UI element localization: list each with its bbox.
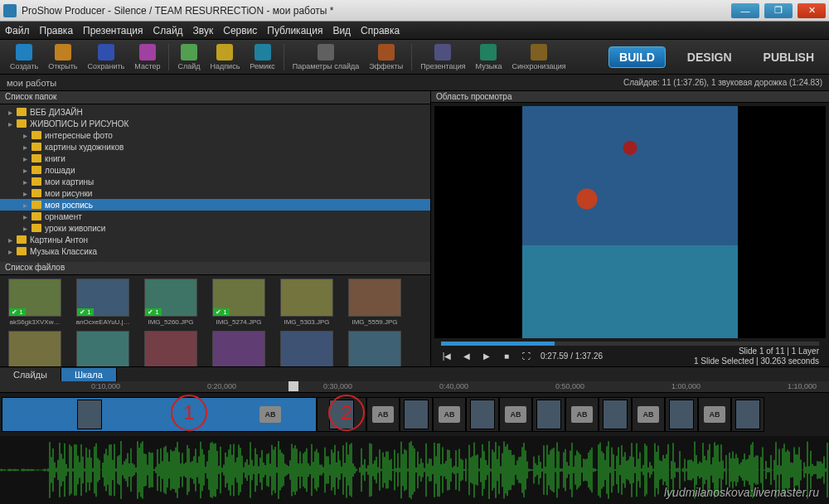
- clip-8[interactable]: [532, 397, 565, 432]
- tb-Сохранить[interactable]: Сохранить: [83, 42, 130, 72]
- stop-button[interactable]: ■: [501, 351, 512, 361]
- tb-Параметры слайда[interactable]: Параметры слайда: [288, 42, 365, 72]
- close-button[interactable]: ✕: [797, 3, 826, 18]
- tree-label: интересные фото: [45, 131, 113, 140]
- timeline-ruler[interactable]: 0:10,0000:20,0000:30,0000:40,0000:50,000…: [0, 381, 829, 393]
- tb-Эффекты[interactable]: Эффекты: [364, 42, 408, 72]
- back-button[interactable]: ◀: [461, 351, 473, 361]
- minimize-button[interactable]: —: [731, 3, 759, 18]
- progress-bar[interactable]: [441, 342, 819, 346]
- maximize-button[interactable]: ❐: [764, 3, 793, 18]
- file-thumb[interactable]: IMG_5303.JPG: [275, 279, 338, 326]
- menu-slide[interactable]: Слайд: [153, 25, 183, 36]
- mode-design[interactable]: DESIGN: [677, 47, 742, 67]
- clip-2[interactable]: [317, 397, 366, 432]
- fullscreen-button[interactable]: ⛶: [521, 351, 532, 361]
- clip-6[interactable]: [466, 397, 499, 432]
- project-status: Слайдов: 11 (1:37.26), 1 звуковая дорожк…: [623, 78, 822, 87]
- tab-scale[interactable]: Шкала: [61, 368, 117, 381]
- expand-icon[interactable]: ▸: [23, 189, 32, 198]
- tb-Ремикс[interactable]: Ремикс: [245, 42, 279, 72]
- clip-13[interactable]: AB: [698, 397, 731, 432]
- tree-item[interactable]: ▸ картины художников: [0, 141, 430, 153]
- menu-edit[interactable]: Правка: [40, 25, 74, 36]
- tb-Открыть[interactable]: Открыть: [43, 42, 82, 72]
- file-thumb[interactable]: ✔ 1 IMG_5274.JPG: [207, 279, 270, 326]
- menu-view[interactable]: Вид: [332, 25, 351, 36]
- tree-label: орнамент: [45, 212, 82, 221]
- menu-presentation[interactable]: Презентация: [83, 25, 143, 36]
- menu-help[interactable]: Справка: [361, 25, 400, 36]
- file-thumb[interactable]: ✔ 1 anOcxeEAYuU.j…: [71, 279, 134, 326]
- clip-3[interactable]: AB: [366, 397, 400, 432]
- tb-label: Музыка: [476, 62, 502, 70]
- tb-Надпись[interactable]: Надпись: [205, 42, 245, 72]
- tree-item[interactable]: ▸ мои картины: [0, 176, 430, 187]
- tree-item[interactable]: ▸ книги: [0, 153, 430, 164]
- file-thumb[interactable]: ✔ 1 IMG_5260.JPG: [139, 279, 202, 326]
- expand-icon[interactable]: ▸: [23, 201, 32, 210]
- file-grid[interactable]: ✔ 1 akS6gk3XVXw… ✔ 1 anOcxeEAYuU.j… ✔ 1 …: [0, 275, 430, 366]
- tree-item[interactable]: ▸ Картины Антон: [0, 234, 430, 245]
- expand-icon[interactable]: ▸: [23, 224, 32, 233]
- file-thumb[interactable]: [3, 331, 66, 366]
- expand-icon[interactable]: ▸: [8, 235, 17, 245]
- tb-Создать[interactable]: Создать: [5, 42, 43, 72]
- tree-item[interactable]: ▸ Музыка Классика: [0, 245, 430, 257]
- menu-service[interactable]: Сервис: [223, 25, 257, 36]
- tree-item[interactable]: ▸ орнамент: [0, 211, 430, 222]
- file-thumb[interactable]: [207, 331, 270, 366]
- tb-Музыка[interactable]: Музыка: [471, 42, 507, 72]
- expand-icon[interactable]: ▸: [23, 177, 32, 187]
- clip-9[interactable]: AB: [565, 397, 599, 432]
- prev-button[interactable]: |◀: [441, 351, 453, 361]
- clip-7[interactable]: AB: [499, 397, 532, 432]
- file-thumb[interactable]: IMG_5559.JPG: [343, 279, 406, 326]
- play-button[interactable]: ▶: [481, 351, 492, 361]
- tree-item[interactable]: ▸ уроки живописи: [0, 222, 430, 234]
- clip-14[interactable]: [731, 397, 764, 432]
- clip-1[interactable]: AB: [2, 397, 317, 432]
- tb-Мастер[interactable]: Мастер: [129, 42, 165, 72]
- clip-4[interactable]: [400, 397, 433, 432]
- tb-label: Открыть: [48, 62, 77, 70]
- folder-tree[interactable]: ▸ ВЕБ ДИЗАЙН ▸ ЖИВОПИСЬ И РИСУНОК ▸ инте…: [0, 104, 430, 262]
- file-thumb[interactable]: ✔ 1 akS6gk3XVXw…: [3, 279, 66, 326]
- mode-build[interactable]: BUILD: [608, 46, 666, 68]
- menu-publish[interactable]: Публикация: [267, 25, 322, 36]
- expand-icon[interactable]: ▸: [23, 154, 32, 163]
- tb-label: Синхронизация: [511, 62, 565, 70]
- tree-item[interactable]: ▸ интересные фото: [0, 129, 430, 141]
- tree-item[interactable]: ▸ моя роспись: [0, 199, 430, 211]
- clip-5[interactable]: AB: [433, 397, 466, 432]
- tb-Слайд[interactable]: Слайд: [172, 42, 205, 72]
- expand-icon[interactable]: ▸: [23, 166, 32, 175]
- file-thumb[interactable]: [139, 331, 202, 366]
- tree-item[interactable]: ▸ лошади: [0, 164, 430, 176]
- mode-publish[interactable]: PUBLISH: [754, 47, 824, 67]
- expand-icon[interactable]: ▸: [23, 212, 32, 221]
- clip-11[interactable]: AB: [632, 397, 665, 432]
- file-thumb[interactable]: [275, 331, 338, 366]
- tree-item[interactable]: ▸ ВЕБ ДИЗАЙН: [0, 106, 430, 118]
- file-thumb[interactable]: [343, 331, 406, 366]
- tb-Синхронизация[interactable]: Синхронизация: [507, 42, 570, 72]
- tb-Презентация[interactable]: Презентация: [415, 42, 470, 72]
- expand-icon[interactable]: ▸: [23, 143, 32, 152]
- tab-slides[interactable]: Слайды: [0, 368, 61, 381]
- tree-item[interactable]: ▸ ЖИВОПИСЬ И РИСУНОК: [0, 118, 430, 129]
- expand-icon[interactable]: ▸: [8, 108, 17, 117]
- transition-icon[interactable]: AB: [259, 406, 281, 423]
- clip-12[interactable]: [665, 397, 698, 432]
- tree-label: мои картины: [45, 177, 94, 187]
- timeline-track[interactable]: AB AB AB AB AB AB AB 1 2: [0, 393, 829, 436]
- menu-file[interactable]: Файл: [5, 25, 30, 36]
- expand-icon[interactable]: ▸: [23, 131, 32, 140]
- playhead[interactable]: [288, 381, 298, 391]
- expand-icon[interactable]: ▸: [8, 119, 17, 128]
- clip-10[interactable]: [599, 397, 632, 432]
- tree-item[interactable]: ▸ мои рисунки: [0, 187, 430, 199]
- file-thumb[interactable]: [71, 331, 134, 366]
- expand-icon[interactable]: ▸: [8, 247, 17, 256]
- menu-sound[interactable]: Звук: [193, 25, 214, 36]
